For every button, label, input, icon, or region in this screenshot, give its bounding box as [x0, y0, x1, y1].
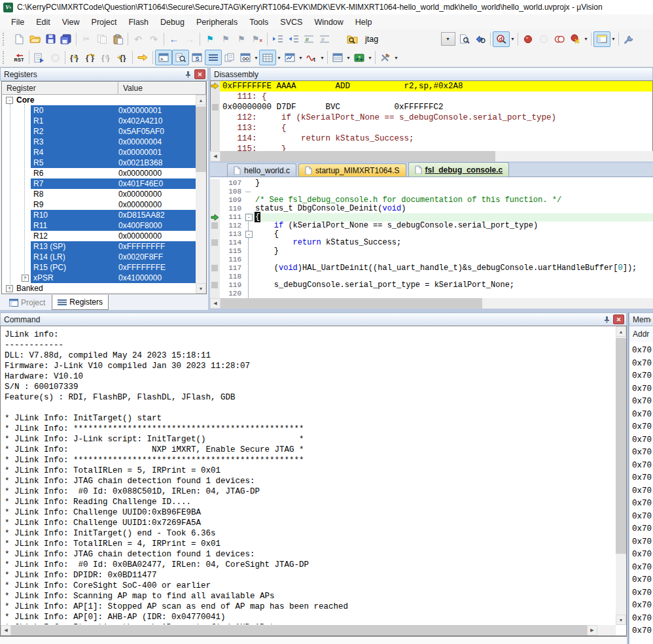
- menu-file[interactable]: File: [5, 16, 30, 29]
- toolbar-grip[interactable]: [3, 33, 7, 46]
- current-instruction-arrow-icon[interactable]: [211, 81, 220, 92]
- insert-breakpoint-button[interactable]: [520, 32, 536, 46]
- fold-margin[interactable]: [245, 247, 253, 256]
- disassembly-gutter[interactable]: [211, 144, 220, 151]
- code-line-119[interactable]: 119 s_debugConsole.serial_port_type = kS…: [210, 281, 653, 290]
- menu-edit[interactable]: Edit: [30, 16, 56, 29]
- scroll-up-icon[interactable]: ▲: [616, 326, 626, 337]
- stop-button[interactable]: [47, 50, 63, 65]
- register-group-banked[interactable]: +Banked: [2, 283, 196, 294]
- code-text[interactable]: status_t DbgConsole_Deinit(void): [253, 205, 653, 213]
- scroll-up-icon[interactable]: ▲: [196, 95, 206, 105]
- code-text[interactable]: s_debugConsole.serial_port_type = kSeria…: [253, 281, 653, 290]
- watch-windows-caret-icon[interactable]: ▼: [253, 56, 259, 60]
- incremental-find-button[interactable]: [472, 32, 488, 46]
- step-button[interactable]: { }: [67, 50, 83, 65]
- analysis-windows-button[interactable]: t: [304, 50, 319, 65]
- scroll-left-icon[interactable]: ◀: [210, 151, 221, 161]
- fold-margin[interactable]: [245, 239, 253, 247]
- navigate-forward-button[interactable]: →: [182, 32, 198, 46]
- register-row-R7[interactable]: R70x401F46E0: [2, 178, 196, 189]
- fold-margin[interactable]: [245, 205, 253, 213]
- disassembly-gutter[interactable]: [211, 102, 220, 112]
- register-row-R14-LR-[interactable]: R14 (LR)0x0020F8FF: [2, 252, 196, 262]
- disassembly-line[interactable]: 112: if (kSerialPort_None == s_debugCons…: [211, 112, 652, 123]
- fold-margin[interactable]: -: [245, 230, 253, 239]
- fold-margin[interactable]: [245, 264, 253, 273]
- register-row-R10[interactable]: R100xD815AA82: [2, 210, 196, 220]
- undo-button[interactable]: ↶: [130, 32, 146, 46]
- disassembly-line[interactable]: 113: {: [211, 123, 652, 133]
- register-row-R9[interactable]: R90x00000000: [2, 199, 196, 210]
- memory-windows-button[interactable]: [259, 50, 276, 65]
- copy-button[interactable]: [94, 32, 110, 46]
- start-stop-debug-caret-icon[interactable]: ▼: [510, 37, 516, 41]
- command-hscrollbar[interactable]: ◀ ▶: [1, 625, 616, 636]
- breakpoint-gutter[interactable]: [210, 256, 220, 264]
- code-text[interactable]: (void)HAL_UartDeinit((hal_uart_handle_t)…: [253, 264, 653, 273]
- command-window-button[interactable]: >_: [155, 50, 172, 65]
- debug-tools-caret-icon[interactable]: ▼: [393, 56, 399, 60]
- kill-all-breakpoints-button[interactable]: [567, 32, 583, 46]
- disassembly-gutter[interactable]: [211, 123, 220, 133]
- previous-bookmark-button[interactable]: ⚑: [218, 32, 234, 46]
- cut-button[interactable]: ✂: [79, 32, 94, 46]
- register-row-R12[interactable]: R120x00000000: [2, 231, 196, 241]
- breakpoint-gutter[interactable]: [210, 273, 220, 281]
- memory-windows-caret-icon[interactable]: ▼: [276, 56, 282, 60]
- disassembly-gutter[interactable]: [211, 92, 220, 102]
- breakpoint-gutter[interactable]: [210, 205, 220, 213]
- disassembly-hscrollbar[interactable]: ◀: [210, 151, 653, 161]
- close-icon[interactable]: ✕: [194, 69, 205, 79]
- exec-marker[interactable]: [211, 265, 218, 271]
- debug-tools-button[interactable]: [378, 50, 393, 65]
- comment-selection-button[interactable]: //: [301, 32, 317, 46]
- next-bookmark-button[interactable]: ⚑: [234, 32, 249, 46]
- fold-margin[interactable]: -: [245, 213, 253, 222]
- enable-breakpoint-button[interactable]: [536, 32, 552, 46]
- exec-marker[interactable]: [211, 282, 218, 288]
- fold-margin[interactable]: [245, 196, 253, 205]
- save-button[interactable]: [43, 32, 58, 46]
- code-text[interactable]: return kStatus_Success;: [253, 239, 653, 247]
- toolbox-button[interactable]: [351, 50, 367, 65]
- pin-icon[interactable]: [602, 315, 611, 324]
- system-viewer-button[interactable]: [330, 50, 345, 65]
- register-row-R8[interactable]: R80x00000000: [2, 189, 196, 199]
- menu-peripherals[interactable]: Peripherals: [190, 16, 243, 29]
- save-all-button[interactable]: [58, 32, 74, 46]
- uncomment-selection-button[interactable]: //: [317, 32, 332, 46]
- analysis-windows-caret-icon[interactable]: ▼: [319, 56, 325, 60]
- fold-margin[interactable]: [245, 290, 253, 298]
- bottom-tab-project[interactable]: Project: [4, 295, 50, 310]
- scroll-down-icon[interactable]: ▼: [196, 283, 206, 294]
- new-file-button[interactable]: [11, 32, 27, 46]
- disassembly-line[interactable]: 114: return kStatus_Success;: [211, 133, 652, 144]
- breakpoint-gutter[interactable]: [210, 247, 220, 256]
- configure-button[interactable]: [621, 32, 637, 46]
- memory-rows[interactable]: 0x700x700x700x700x700x700x700x700x700x70…: [629, 342, 653, 644]
- current-line-arrow-icon[interactable]: [210, 213, 220, 222]
- code-line-120[interactable]: 120: [210, 290, 653, 298]
- breakpoint-gutter[interactable]: [210, 188, 220, 196]
- scrollbar-thumb[interactable]: [221, 151, 495, 161]
- editor-hscrollbar[interactable]: ◀: [210, 298, 653, 309]
- code-text[interactable]: }: [253, 179, 653, 188]
- register-row-R11[interactable]: R110x400F8000: [2, 220, 196, 231]
- fold-margin[interactable]: [245, 281, 253, 290]
- run-to-cursor-button[interactable]: {}: [115, 50, 130, 65]
- window-layout-button[interactable]: [593, 31, 610, 47]
- watch-windows-button[interactable]: [238, 50, 253, 65]
- call-stack-window-button[interactable]: [222, 50, 238, 65]
- menu-help[interactable]: Help: [349, 16, 378, 29]
- register-group-core[interactable]: -Core: [2, 95, 196, 105]
- register-row-R6[interactable]: R60x00000000: [2, 168, 196, 178]
- column-value[interactable]: Value: [118, 82, 206, 95]
- fold-margin[interactable]: [245, 179, 253, 188]
- menu-tools[interactable]: Tools: [243, 16, 274, 29]
- symbol-window-button[interactable]: S: [189, 50, 205, 65]
- breakpoint-gutter[interactable]: [210, 281, 220, 290]
- redo-button[interactable]: ↷: [146, 32, 162, 46]
- clear-bookmarks-button[interactable]: ⚑x: [249, 32, 265, 46]
- breakpoint-gutter[interactable]: [210, 264, 220, 273]
